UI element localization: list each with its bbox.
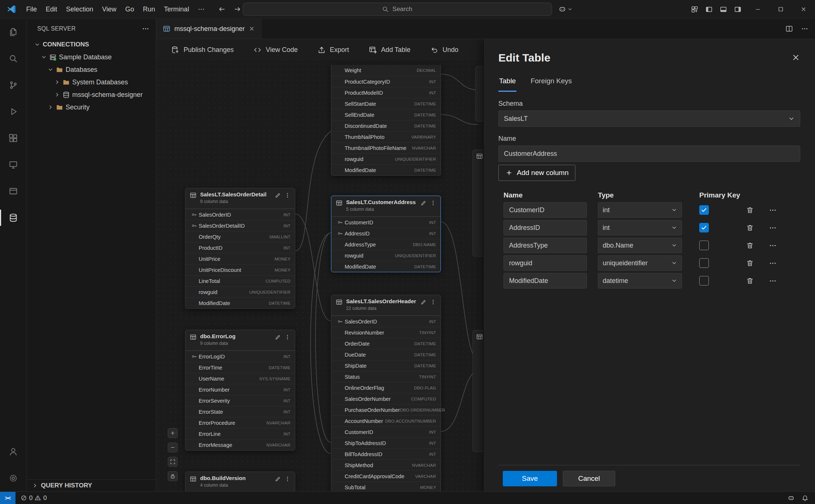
toolbar-undo[interactable]: Undo — [431, 46, 459, 54]
fit-view-button[interactable] — [168, 457, 178, 467]
close-button[interactable] — [792, 0, 815, 19]
tree-item-databases[interactable]: Databases — [27, 63, 156, 76]
save-button[interactable]: Save — [503, 471, 557, 486]
column-row[interactable]: ProductIDINT — [185, 242, 295, 253]
table-node-customer-address[interactable]: SalesLT.CustomerAddress5 column dataCust… — [331, 196, 441, 272]
table-node-error-log[interactable]: dbo.ErrorLog9 column dataErrorLogIDINTEr… — [185, 330, 295, 451]
column-name-input[interactable] — [504, 220, 587, 235]
zoom-in-button[interactable] — [168, 428, 178, 438]
activity-live-preview[interactable] — [0, 178, 27, 204]
panel-close-button[interactable] — [791, 53, 800, 63]
primary-key-checkbox[interactable] — [699, 223, 709, 232]
copilot-icon[interactable] — [788, 495, 794, 501]
menu-view[interactable]: View — [98, 3, 121, 16]
zoom-out-button[interactable] — [168, 442, 178, 452]
column-row[interactable]: BillToAddressIDINT — [331, 448, 440, 459]
column-row[interactable]: ProductModelIDINT — [331, 87, 440, 98]
menu-run[interactable]: Run — [139, 3, 159, 16]
column-row[interactable]: ErrorProcedureNVARCHAR — [185, 417, 295, 428]
column-row[interactable]: CreditCardApprovalCodeVARCHAR — [331, 470, 440, 482]
column-type-select[interactable]: int — [598, 220, 682, 235]
table-menu-icon[interactable] — [285, 476, 290, 482]
column-row[interactable]: AccountNumberDBO.ACCOUNTNUMBER — [331, 415, 440, 426]
column-row[interactable]: ErrorStateINT — [185, 406, 295, 417]
table-node-header[interactable]: dbo.ErrorLog9 column data — [185, 330, 295, 351]
column-row[interactable]: ModifiedDateDATETIME — [331, 164, 440, 175]
panel-tab-foreign-keys[interactable]: Foreign Keys — [530, 77, 572, 92]
problems-status[interactable]: 0 0 — [21, 494, 47, 502]
delete-column-button[interactable] — [744, 258, 755, 269]
remote-indicator[interactable]: >< — [0, 492, 15, 504]
activity-settings[interactable] — [0, 465, 27, 491]
column-row[interactable]: SalesOrderNumberCOMPUTED — [331, 393, 440, 404]
toolbar-publish-changes[interactable]: Publish Changes — [171, 46, 234, 54]
edit-table-icon[interactable] — [275, 476, 281, 482]
column-row[interactable]: RevisionNumberTINYINT — [331, 327, 440, 338]
column-row[interactable]: AddressTypeDBO.NAME — [331, 239, 440, 250]
column-name-input[interactable] — [504, 202, 587, 218]
menu-file[interactable]: File — [22, 3, 41, 16]
column-row[interactable]: ErrorSeverityINT — [185, 395, 295, 406]
tab-close-icon[interactable] — [249, 26, 255, 32]
panel-bottom-icon[interactable] — [720, 6, 727, 13]
activity-source-control[interactable] — [0, 72, 27, 98]
column-row[interactable]: ErrorMessageNVARCHAR — [185, 439, 295, 450]
tree-item-mssql-schema-designer[interactable]: mssql-schema-designer — [27, 88, 156, 101]
column-row[interactable]: ThumbNailPhotoVARBINARY — [331, 131, 440, 142]
column-row[interactable]: ErrorLineINT — [185, 428, 295, 439]
delete-column-button[interactable] — [744, 240, 755, 251]
panel-tab-table[interactable]: Table — [498, 77, 516, 92]
delete-column-button[interactable] — [744, 204, 755, 216]
column-row[interactable]: SellStartDateDATETIME — [331, 98, 440, 109]
activity-run-and-debug[interactable] — [0, 98, 27, 125]
column-row[interactable]: rowguidUNIQUEIDENTIFIER — [331, 153, 440, 164]
table-name-input[interactable] — [498, 146, 800, 162]
column-row[interactable]: UnitPriceDiscountMONEY — [185, 264, 295, 275]
minimize-button[interactable] — [746, 0, 769, 19]
search-input[interactable]: Search — [243, 3, 552, 16]
column-row[interactable]: OrderQtySMALLINT — [185, 231, 295, 242]
menu-terminal[interactable]: Terminal — [160, 3, 193, 16]
table-node-header[interactable]: SalesLT.SalesOrderDetail9 column data — [185, 188, 295, 209]
column-row[interactable]: StatusTINYINT — [331, 371, 440, 382]
column-row[interactable]: CustomerIDINT — [331, 217, 440, 228]
sidebar-left-icon[interactable] — [706, 6, 713, 13]
column-row[interactable]: ModifiedDateDATETIME — [185, 297, 295, 308]
column-row[interactable]: SalesOrderDetailIDINT — [185, 220, 295, 231]
column-type-select[interactable]: uniqueidentifier — [598, 255, 682, 271]
menu-go[interactable]: Go — [121, 3, 138, 16]
column-row[interactable]: CustomerIDINT — [331, 426, 440, 437]
column-more-button[interactable] — [767, 204, 778, 216]
tree-item-connections[interactable]: CONNECTIONS — [27, 38, 156, 51]
sidebar-more-icon[interactable] — [142, 25, 149, 32]
delete-column-button[interactable] — [744, 222, 755, 233]
edit-table-icon[interactable] — [275, 192, 281, 199]
cancel-button[interactable]: Cancel — [563, 471, 615, 486]
primary-key-checkbox[interactable] — [699, 241, 709, 250]
column-row[interactable]: DueDateDATETIME — [331, 349, 440, 360]
column-row[interactable]: SalesOrderIDINT — [185, 209, 295, 220]
activity-accounts[interactable] — [0, 438, 27, 465]
edit-table-icon[interactable] — [420, 200, 426, 206]
tab-mssql-schema-designer[interactable]: mssql-schema-designer — [156, 19, 262, 39]
column-row[interactable]: ShipToAddressIDINT — [331, 437, 440, 448]
column-name-input[interactable] — [504, 255, 587, 271]
activity-explorer[interactable] — [0, 19, 27, 45]
primary-key-checkbox[interactable] — [699, 205, 709, 215]
column-type-select[interactable]: datetime — [598, 273, 682, 288]
column-row[interactable]: WeightDECIMAL — [331, 65, 440, 76]
table-node-header[interactable]: dbo.BuildVersion4 column data — [185, 472, 295, 491]
column-row[interactable]: AddressIDINT — [331, 228, 440, 239]
split-editor-icon[interactable] — [786, 25, 793, 32]
activity-remote-explorer[interactable] — [0, 151, 27, 178]
column-type-select[interactable]: int — [598, 202, 682, 218]
edit-table-icon[interactable] — [420, 299, 426, 305]
activity-sql-server[interactable] — [0, 204, 27, 231]
delete-column-button[interactable] — [744, 275, 755, 286]
table-menu-icon[interactable] — [285, 334, 290, 340]
column-row[interactable]: ErrorLogIDINT — [185, 351, 295, 362]
activity-search[interactable] — [0, 45, 27, 72]
lock-button[interactable] — [168, 471, 178, 481]
column-row[interactable]: ShipDateDATETIME — [331, 360, 440, 371]
column-more-button[interactable] — [767, 240, 778, 251]
